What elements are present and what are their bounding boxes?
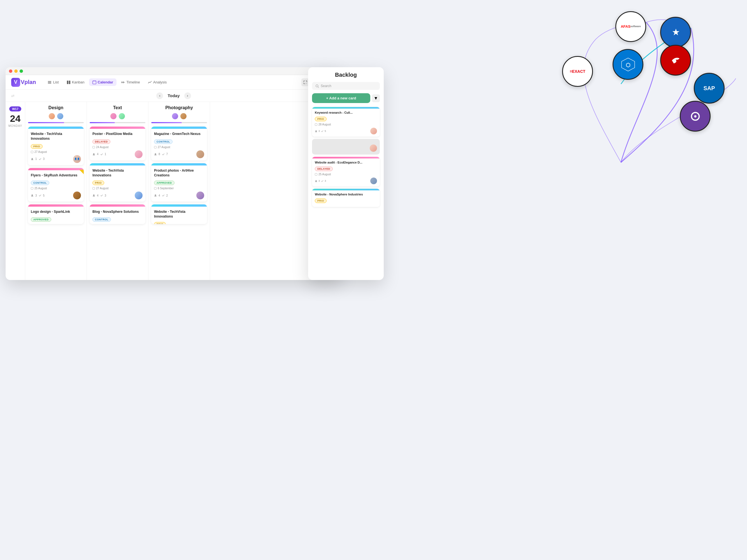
add-card-button[interactable]: + Add a new card — [312, 93, 370, 103]
backlog-card-2[interactable]: Website audit - EcoElegance D... DELAYED… — [312, 157, 380, 186]
card-avatar — [135, 191, 143, 199]
vplan-name: Vplan — [21, 79, 36, 85]
day-name: MONDAY — [8, 124, 22, 127]
backlog-card-title: Website - NovaSphere Industries — [315, 193, 377, 196]
card-text-1[interactable]: Poster - PixelGlow Media DELAYED 24 Augu… — [89, 127, 145, 160]
card-photo-3[interactable]: Website - TechVista Innovations PRIO — [151, 205, 207, 224]
card-footer: 4 1 — [93, 150, 143, 158]
svg-point-5 — [694, 115, 696, 117]
card-title: Website - TechVista Innovations — [154, 209, 204, 219]
calendar-nav: ⇄ ‹ Today › — [6, 89, 342, 102]
card-top-color — [151, 205, 207, 207]
card-title: Magazine - GreenTech Nexus — [154, 132, 204, 136]
shuffle-icon[interactable]: ⇄ — [11, 94, 15, 98]
afas-logo: AFAS software — [615, 11, 646, 42]
card-badge: APPROVED — [31, 217, 51, 222]
title-bar — [6, 67, 342, 75]
svg-point-31 — [316, 85, 318, 87]
card-title: Flyers - SkyRush Adventures — [31, 173, 81, 178]
svg-rect-7 — [48, 82, 51, 83]
backlog-card-3[interactable]: Website - NovaSphere Industries PRIO — [312, 189, 380, 207]
card-content: Product photos - ArtHive Creations APPRO… — [151, 165, 207, 202]
card-stats: 8 7 — [154, 153, 168, 156]
calendar-body: W17 24 MONDAY Design Websit — [6, 102, 342, 280]
avatar-5 — [172, 112, 179, 120]
exact-logo: =EXACT — [562, 56, 593, 87]
nav-analysis[interactable]: Analysis — [145, 78, 170, 86]
column-design-progress — [28, 122, 84, 123]
card-date: 27 August — [154, 145, 204, 149]
card-avatar — [196, 191, 204, 199]
card-badge: PRIO — [154, 222, 166, 224]
card-badge: PRIO — [31, 144, 43, 149]
card-badge: CONTROL — [154, 139, 173, 144]
card-badge: CONTROL — [93, 217, 111, 222]
card-badge: CONTROL — [31, 181, 49, 185]
card-title: Website - TechVista Innovations — [31, 132, 81, 141]
card-footer: 4 3 — [93, 191, 143, 199]
nav-calendar[interactable]: Calendar — [89, 78, 117, 86]
column-photo-progress-fill — [151, 122, 182, 123]
card-content: Flyers - SkyRush Adventures CONTROL 25 A… — [28, 170, 84, 202]
filter-button[interactable]: ▼ — [372, 95, 380, 102]
card-footer: 1 3 👤👤 — [31, 155, 81, 163]
week-badge: W17 — [9, 106, 21, 111]
avatar-2 — [57, 112, 64, 120]
backlog-card-1[interactable]: Keyword research - Culi... PRIO 28 Augus… — [312, 107, 380, 137]
svg-line-32 — [318, 86, 319, 87]
svg-rect-10 — [69, 80, 70, 84]
app-header: V Vplan List Kanban Calendar Timeline — [6, 75, 342, 89]
backlog-search[interactable]: Search — [312, 82, 380, 90]
card-date: 6 September — [154, 187, 204, 190]
minimize-dot[interactable] — [14, 70, 18, 73]
backlog-card-badge: PRIO — [315, 198, 327, 203]
column-design-progress-fill — [28, 122, 64, 123]
svg-rect-25 — [93, 188, 95, 190]
svg-rect-33 — [315, 124, 317, 126]
nav-kanban[interactable]: Kanban — [63, 78, 88, 86]
maximize-dot[interactable] — [20, 70, 23, 73]
card-text-2[interactable]: Website - TechVista Innovations PRIO 27 … — [89, 163, 145, 202]
backlog-card-content: Keyword research - Culi... PRIO 28 Augus… — [312, 109, 380, 137]
next-arrow[interactable]: › — [184, 92, 191, 99]
column-text-progress-fill — [89, 122, 115, 123]
backlog-card-title: Website audit - EcoElegance D... — [315, 161, 377, 164]
column-text: Text Poster - PixelGlow Media DELAYED — [87, 102, 149, 280]
column-design-header: Design — [28, 105, 84, 110]
card-text-3[interactable]: Blog - NovaSphere Solutions CONTROL — [89, 205, 145, 224]
card-top-color — [28, 205, 84, 207]
svg-text:⬡: ⬡ — [626, 62, 630, 68]
svg-rect-9 — [67, 80, 68, 84]
columns-container: Design Website - TechVista Innovations P… — [25, 102, 342, 280]
card-badge: DELAYED — [93, 139, 110, 144]
integrations-area: AFAS software ★ =EXACT ⬡ SAP — [495, 0, 747, 182]
svg-rect-6 — [48, 81, 51, 81]
close-dot[interactable] — [9, 70, 12, 73]
card-badge: PRIO — [93, 181, 104, 185]
card-date: 27 August — [31, 150, 81, 154]
card-design-1[interactable]: Website - TechVista Innovations PRIO 27 … — [28, 127, 84, 165]
card-design-2[interactable]: Flyers - SkyRush Adventures CONTROL 25 A… — [28, 168, 84, 202]
card-photo-2[interactable]: Product photos - ArtHive Creations APPRO… — [151, 163, 207, 202]
azure-logo: ⬡ — [613, 49, 643, 80]
nav-timeline[interactable]: Timeline — [118, 78, 144, 86]
card-stats: 3 5 — [31, 194, 45, 197]
card-top-color — [151, 127, 207, 129]
bird-logo — [660, 45, 691, 76]
nav-list[interactable]: List — [44, 78, 62, 86]
backlog-panel: Backlog Search + Add a new card ▼ Keywor… — [308, 67, 384, 280]
column-photography: Photography Magazine - GreenTech Nexus C… — [149, 102, 210, 280]
card-photo-1[interactable]: Magazine - GreenTech Nexus CONTROL 27 Au… — [151, 127, 207, 160]
card-title: Website - TechVista Innovations — [93, 168, 143, 178]
card-design-3[interactable]: Logo design - SparkLink APPROVED — [28, 205, 84, 224]
column-text-progress — [89, 122, 145, 123]
card-avatar — [135, 150, 143, 158]
prev-arrow[interactable]: ‹ — [156, 92, 163, 99]
backlog-card-badge: PRIO — [315, 117, 327, 121]
column-photography-header: Photography — [151, 105, 207, 110]
avatar-4 — [118, 112, 126, 120]
backlog-card-date: 25 August — [315, 173, 377, 176]
vplan-logo: V Vplan — [11, 78, 36, 87]
card-title: Product photos - ArtHive Creations — [154, 168, 204, 178]
day-number: 24 — [10, 114, 21, 123]
